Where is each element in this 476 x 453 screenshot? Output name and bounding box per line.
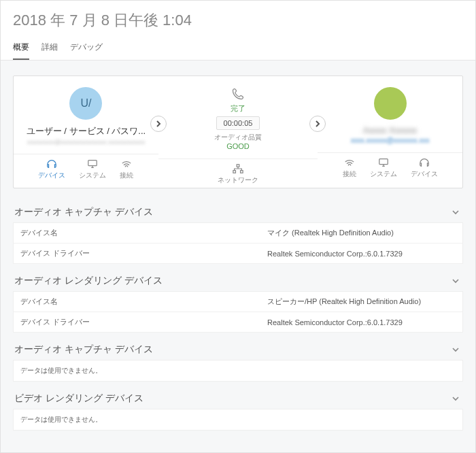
- kv-value: スピーカー/HP (Realtek High Definition Audio): [260, 292, 462, 312]
- section-header-audio-capture[interactable]: オーディオ キャプチャ デバイス: [13, 199, 463, 222]
- kv-key: デバイス名: [14, 292, 261, 312]
- callee-subtabs: 接続 システム デバイス: [318, 152, 462, 182]
- section-video-render: ビデオ レンダリング デバイス データは使用できません。: [13, 386, 463, 431]
- caller-email: xxxxxxxxx@xxxxxxxxxxxxxxx.xxxxxxxxxxxx: [27, 139, 146, 146]
- kv-key: デバイス名: [14, 223, 261, 244]
- subtab-label: 接続: [120, 171, 133, 180]
- chevron-down-icon: [451, 394, 460, 403]
- section-header-audio-capture-2[interactable]: オーディオ キャプチャ デバイス: [13, 337, 463, 360]
- subtab-label: デバイス: [411, 169, 438, 179]
- call-duration: 00:00:05: [216, 116, 260, 130]
- kv-table: デバイス名 マイク (Realtek High Definition Audio…: [13, 222, 463, 264]
- quality-value: GOOD: [226, 142, 250, 150]
- tab-details[interactable]: 詳細: [41, 41, 58, 60]
- call-status: 完了: [231, 103, 245, 114]
- section-header-audio-render[interactable]: オーディオ レンダリング デバイス: [13, 268, 463, 291]
- kv-value: Realtek Semiconductor Corp.:6.0.1.7329: [260, 312, 462, 333]
- subtab-label: システム: [79, 171, 106, 180]
- svg-rect-2: [233, 171, 236, 173]
- svg-rect-0: [88, 161, 97, 166]
- kv-key: デバイス ドライバー: [14, 312, 261, 333]
- network-icon: [232, 163, 244, 174]
- summary-card: U/ ユーザー / サービス / パスワ... xxxxxxxxx@xxxxxx…: [13, 76, 463, 188]
- subtab-callee-connection[interactable]: 接続: [336, 157, 363, 179]
- arrow-right-button-2[interactable]: [309, 116, 326, 132]
- subtab-caller-connection[interactable]: 接続: [113, 158, 140, 180]
- kv-value: マイク (Realtek High Definition Audio): [260, 223, 462, 244]
- section-title: オーディオ キャプチャ デバイス: [14, 343, 153, 356]
- callee-email: xxxx.xxxxxx@xxxxxxx.xxx: [351, 137, 430, 144]
- table-row: デバイス名 マイク (Realtek High Definition Audio…: [14, 223, 463, 244]
- section-title: オーディオ レンダリング デバイス: [14, 275, 163, 287]
- nodata-message: データは使用できません。: [13, 409, 463, 431]
- svg-rect-3: [241, 171, 243, 173]
- caller-avatar: U/: [69, 87, 102, 120]
- tab-debug[interactable]: デバッグ: [70, 41, 103, 60]
- svg-rect-4: [379, 159, 387, 165]
- chevron-right-icon: [314, 120, 321, 127]
- caller-subtabs: デバイス システム 接続: [14, 154, 158, 183]
- section-audio-capture: オーディオ キャプチャ デバイス デバイス名 マイク (Realtek High…: [13, 199, 463, 264]
- kv-key: デバイス ドライバー: [14, 244, 261, 264]
- chevron-down-icon: [451, 276, 460, 286]
- table-row: デバイス名 スピーカー/HP (Realtek High Definition …: [14, 292, 463, 312]
- monitor-icon: [377, 157, 390, 168]
- subtab-callee-device[interactable]: デバイス: [404, 157, 445, 179]
- main-tabs: 概要 詳細 デバッグ: [1, 37, 475, 61]
- kv-table: デバイス名 スピーカー/HP (Realtek High Definition …: [13, 291, 463, 333]
- table-row: デバイス ドライバー Realtek Semiconductor Corp.:6…: [14, 244, 463, 264]
- call-info-column: 完了 00:00:05 オーディオ品質 GOOD ネットワーク: [158, 84, 318, 188]
- section-header-video-render[interactable]: ビデオ レンダリング デバイス: [13, 386, 463, 409]
- subtab-label: デバイス: [38, 171, 65, 180]
- subtab-network[interactable]: ネットワーク: [211, 163, 265, 185]
- caller-name: ユーザー / サービス / パスワ...: [27, 125, 146, 137]
- table-row: デバイス ドライバー Realtek Semiconductor Corp.:6…: [14, 312, 463, 333]
- subtab-label: システム: [370, 169, 397, 179]
- monitor-icon: [86, 158, 99, 169]
- subtab-caller-system[interactable]: システム: [72, 158, 113, 180]
- chevron-down-icon: [451, 345, 460, 354]
- mid-subtabs: ネットワーク: [158, 158, 318, 188]
- subtab-callee-system[interactable]: システム: [363, 157, 404, 179]
- chevron-down-icon: [451, 207, 460, 217]
- callee-name: Axxxx Xxxxxx: [363, 125, 417, 135]
- page-title: 2018 年 7 月 8 日午後 1:04: [1, 1, 475, 37]
- nodata-message: データは使用できません。: [13, 360, 463, 382]
- caller-column: U/ ユーザー / サービス / パスワ... xxxxxxxxx@xxxxxx…: [14, 84, 158, 188]
- subtab-label: 接続: [343, 169, 356, 179]
- tab-overview[interactable]: 概要: [13, 41, 29, 60]
- callee-column: Axxxx Xxxxxx xxxx.xxxxxx@xxxxxxx.xxx 接続 …: [318, 84, 462, 188]
- quality-label: オーディオ品質: [214, 133, 262, 142]
- section-title: オーディオ キャプチャ デバイス: [14, 206, 153, 218]
- phone-icon: [231, 87, 245, 101]
- svg-rect-1: [237, 165, 239, 167]
- headset-icon: [418, 157, 430, 168]
- wifi-icon: [120, 158, 133, 169]
- section-audio-capture-2: オーディオ キャプチャ デバイス データは使用できません。: [13, 337, 463, 382]
- section-audio-render: オーディオ レンダリング デバイス デバイス名 スピーカー/HP (Realte…: [13, 268, 463, 333]
- kv-value: Realtek Semiconductor Corp.:6.0.1.7329: [260, 244, 462, 264]
- headset-icon: [46, 158, 58, 169]
- wifi-icon: [343, 157, 356, 168]
- callee-avatar: [374, 87, 407, 120]
- subtab-caller-device[interactable]: デバイス: [31, 158, 72, 180]
- section-title: ビデオ レンダリング デバイス: [14, 392, 143, 405]
- subtab-label: ネットワーク: [218, 175, 258, 185]
